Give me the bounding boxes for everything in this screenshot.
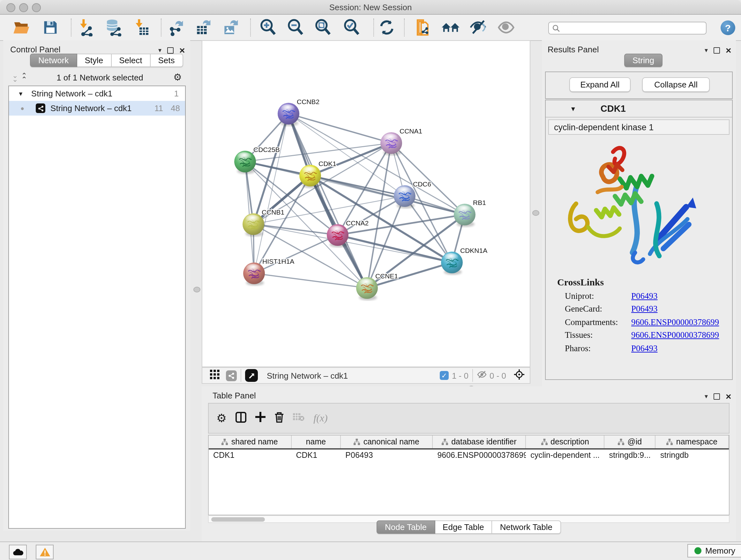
help-button[interactable]: ? — [721, 20, 735, 35]
network-icon-badge[interactable] — [226, 370, 237, 381]
network-node-CCNB2[interactable] — [278, 103, 299, 126]
add-column-icon[interactable] — [255, 412, 266, 425]
zoom-in-button[interactable] — [257, 17, 279, 38]
collapse-all-networks-icon[interactable]: ⌃⌃ — [21, 73, 26, 81]
crosslink-link[interactable]: P06493 — [631, 291, 658, 301]
entry-expander-icon[interactable]: ▼ — [570, 105, 576, 112]
float-panel-icon[interactable]: ▾ — [704, 393, 708, 400]
tab-edge-table[interactable]: Edge Table — [435, 520, 492, 534]
network-edge[interactable] — [254, 114, 288, 273]
tab-node-table[interactable]: Node Table — [377, 520, 435, 534]
import-table-file-button[interactable] — [131, 17, 152, 38]
float-panel-icon[interactable]: ▾ — [704, 47, 708, 54]
detach-view-button[interactable] — [245, 369, 258, 382]
collection-expander-icon[interactable]: ▼ — [18, 90, 23, 97]
grid-view-icon[interactable] — [210, 370, 219, 381]
network-node-CDK1[interactable] — [299, 165, 321, 188]
hide-selected-button[interactable] — [467, 17, 489, 38]
network-edge[interactable] — [254, 273, 367, 288]
tab-select[interactable]: Select — [111, 54, 150, 67]
refresh-button[interactable] — [376, 17, 398, 38]
network-node-CCNB1[interactable] — [243, 213, 264, 237]
show-all-networks-button[interactable] — [440, 17, 461, 38]
crosslink-link[interactable]: P06493 — [631, 343, 658, 354]
export-image-button[interactable] — [219, 17, 241, 38]
table-cell[interactable]: stringdb — [656, 449, 729, 460]
right-splitter-handle[interactable] — [532, 210, 539, 216]
left-splitter-handle[interactable] — [193, 287, 200, 293]
table-row[interactable]: CDK1CDK1P064939606.ENSP00000378699cyclin… — [209, 449, 729, 460]
table-options-gear-icon[interactable]: ⚙ — [216, 411, 226, 425]
save-session-button[interactable] — [40, 17, 61, 38]
import-network-file-button[interactable] — [75, 17, 97, 38]
column-header-database-identifier[interactable]: database identifier — [433, 435, 526, 448]
network-canvas[interactable]: CCNB2CCNA1CDC25BCDK1CDC6RB1CCNB1CCNA2CDK… — [202, 40, 530, 367]
table-cell[interactable]: P06493 — [341, 449, 433, 460]
selected-checkbox-icon[interactable]: ✓ — [440, 371, 449, 380]
toolbar-search[interactable] — [548, 22, 706, 35]
network-edge[interactable] — [288, 114, 465, 214]
tab-network[interactable]: Network — [30, 54, 77, 67]
export-table-button[interactable] — [192, 17, 214, 38]
table-cell[interactable]: CDK1 — [209, 449, 292, 460]
network-node-CCNE1[interactable] — [356, 277, 378, 300]
open-session-button[interactable] — [11, 17, 32, 38]
table-cell[interactable]: cyclin-dependent ... — [526, 449, 604, 460]
column-header-@id[interactable]: @id — [605, 435, 656, 448]
search-input[interactable] — [560, 23, 690, 33]
warning-button[interactable] — [36, 545, 54, 559]
crosslink-link[interactable]: 9606.ENSP00000378699 — [631, 317, 719, 327]
tab-style[interactable]: Style — [77, 54, 111, 67]
cloud-button[interactable] — [9, 545, 27, 559]
birdseye-navigator-icon[interactable] — [514, 369, 525, 382]
zoom-out-button[interactable] — [285, 17, 307, 38]
column-header-canonical-name[interactable]: canonical name — [341, 435, 433, 448]
scrollbar-thumb[interactable] — [211, 517, 265, 522]
expand-all-button[interactable]: Expand All — [569, 77, 630, 92]
node-entry-header[interactable]: ▼ CDK1 — [546, 100, 732, 118]
zoom-fit-button[interactable] — [312, 17, 334, 38]
import-network-database-button[interactable] — [103, 17, 125, 38]
duplicate-network-button[interactable] — [411, 17, 433, 38]
tab-string[interactable]: String — [624, 54, 663, 67]
crosslink-link[interactable]: 9606.ENSP00000378699 — [631, 330, 719, 340]
network-node-HIST1H1A[interactable] — [243, 262, 265, 286]
network-node-CDC6[interactable] — [394, 185, 415, 208]
maximize-panel-icon[interactable] — [714, 47, 720, 53]
close-panel-icon[interactable]: × — [179, 47, 185, 53]
table-cell[interactable]: CDK1 — [292, 449, 341, 460]
node-table[interactable]: shared namenamecanonical namedatabase id… — [208, 435, 730, 515]
network-node-CDKN1A[interactable] — [441, 252, 463, 275]
memory-button[interactable]: Memory — [687, 544, 741, 557]
collapse-all-button[interactable]: Collapse All — [642, 77, 710, 92]
show-columns-icon[interactable] — [235, 412, 246, 425]
network-row-selected[interactable]: ● String Network – cdk1 11 48 — [9, 101, 185, 116]
column-header-shared-name[interactable]: shared name — [209, 435, 292, 448]
expand-all-networks-icon[interactable]: ⌄⌄ — [12, 73, 17, 81]
network-node-RB1[interactable] — [454, 204, 475, 227]
network-edge[interactable] — [254, 235, 338, 273]
crosslink-link[interactable]: P06493 — [631, 304, 658, 314]
network-edge[interactable] — [288, 114, 367, 288]
network-node-CDC25B[interactable] — [234, 151, 256, 174]
network-edge[interactable] — [288, 114, 391, 143]
delete-column-trash-icon[interactable] — [274, 412, 284, 425]
tab-network-table[interactable]: Network Table — [492, 520, 561, 534]
column-header-name[interactable]: name — [292, 435, 341, 448]
column-header-namespace[interactable]: namespace — [656, 435, 729, 448]
show-hidden-button[interactable] — [495, 17, 517, 38]
float-panel-icon[interactable]: ▾ — [158, 47, 161, 54]
tab-sets[interactable]: Sets — [150, 54, 183, 67]
close-panel-icon[interactable]: × — [726, 393, 731, 399]
zoom-selected-button[interactable] — [341, 17, 362, 38]
network-edge[interactable] — [310, 176, 465, 214]
table-cell[interactable]: stringdb:9... — [604, 449, 656, 460]
export-network-button[interactable] — [165, 17, 186, 38]
table-cell[interactable]: 9606.ENSP00000378699 — [433, 449, 526, 460]
maximize-panel-icon[interactable] — [167, 47, 174, 53]
network-node-CCNA2[interactable] — [327, 224, 348, 247]
network-graph[interactable]: CCNB2CCNA1CDC25BCDK1CDC6RB1CCNB1CCNA2CDK… — [202, 41, 530, 367]
network-collection-row[interactable]: ▼ String Network – cdk1 1 — [9, 86, 185, 101]
maximize-panel-icon[interactable] — [714, 393, 720, 399]
network-node-CCNA1[interactable] — [381, 132, 402, 155]
